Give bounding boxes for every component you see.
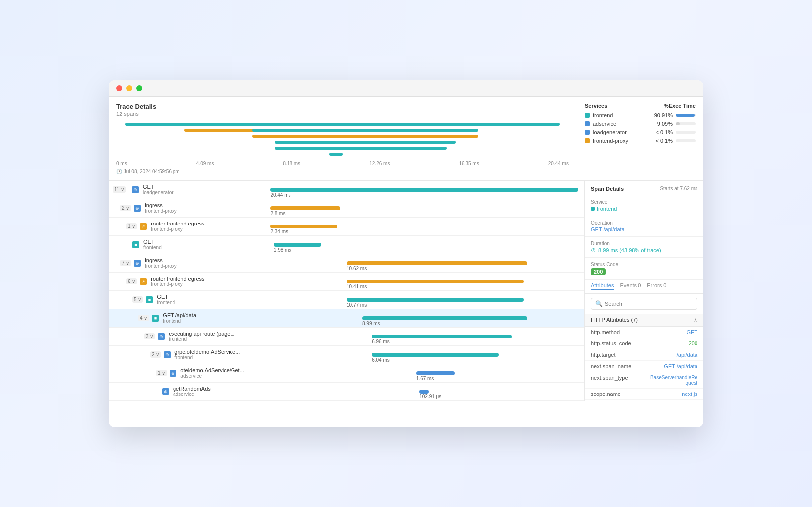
span-right-9: 6.04 ms [267,346,584,364]
service-bar-frontend-proxy [676,139,696,142]
span-expand-4[interactable]: 7 ∨ [120,260,131,266]
span-expand-8[interactable]: 3 ∨ [144,333,155,339]
span-right-2: 2.34 ms [267,218,584,235]
attr-row-4: next.span_type BaseServerhandleRequest [585,372,703,389]
span-expand-10[interactable]: 1 ∨ [156,370,167,376]
span-row-8[interactable]: 3 ∨ ⊕ executing api route (page... front… [109,328,584,346]
duration-value: 8.99 ms (43.98% of trace) [598,247,661,253]
span-row-7[interactable]: 4 ∨ ■ GET /api/data frontend 8.99 ms [109,309,584,328]
span-left-1: 2 ∨ ⊕ ingress frontend-proxy [109,200,267,216]
http-attrs-header[interactable]: HTTP Attributes (7) ∧ [585,314,703,327]
tab-errors[interactable]: Errors 0 [647,282,666,290]
service-pct-loadgenerator: < 0.1% [653,129,673,135]
timeline-label-1: 4.09 ms [196,161,214,166]
service-name-loadgenerator: loadgenerator [593,129,650,135]
attr-key-5: scope.name [591,391,678,397]
maximize-button[interactable] [136,85,142,91]
span-right-7: 8.99 ms [267,309,584,327]
span-row-0[interactable]: 11 ∨ ⊕ GET loadgenerator 20.44 ms [109,181,584,199]
span-expand-5[interactable]: 6 ∨ [126,278,137,284]
span-duration-2: 2.34 ms [270,229,288,234]
span-row-2[interactable]: 1 ∨ ↗ router frontend egress frontend-pr… [109,218,584,236]
span-icon-service-7: ■ [152,315,159,322]
tab-events[interactable]: Events 0 [620,282,641,290]
services-panel: Services %Exec Time frontend 90.91% adse… [577,103,696,174]
span-bar-8 [372,335,512,338]
span-left-3: ■ GET frontend [109,237,267,252]
span-duration-5: 10.41 ms [347,284,367,289]
span-expand-1[interactable]: 2 ∨ [120,205,131,211]
span-name-7: GET /api/data [163,312,196,318]
attr-row-5: scope.name next.js [585,389,703,400]
span-details-title: Span Details [591,186,624,192]
span-row-3[interactable]: ■ GET frontend 1.98 ms [109,236,584,254]
service-dot-frontend [585,113,590,118]
attr-key-4: next.span_type [591,375,644,386]
span-service-2: frontend-proxy [151,226,204,232]
attr-key-3: next.span_name [591,363,660,369]
trace-panel: Trace Details 12 spans 0 ms 4.09 ms [109,97,703,181]
span-left-9: 2 ∨ ⊕ grpc.oteldemo.AdService... fronten… [109,347,267,362]
span-name-6: GET [157,294,175,300]
trace-bar-4 [252,135,478,138]
span-service-7: frontend [163,318,196,324]
span-details-header: Span Details Starts at 7.62 ms [585,181,703,195]
service-bar-adservice [676,122,696,125]
span-right-10: 1.67 ms [267,364,584,382]
attr-key-2: http.target [591,352,673,358]
span-info-6: GET frontend [157,294,175,305]
span-row-11[interactable]: ⊕ getRandomAds adservice 102.91 μs [109,383,584,401]
span-left-5: 6 ∨ ↗ router frontend egress frontend-pr… [109,274,267,289]
span-service-3: frontend [143,245,162,250]
attr-val-4: BaseServerhandleRequest [648,375,697,386]
span-expand-9[interactable]: 2 ∨ [150,351,161,358]
span-starts-at: Starts at 7.62 ms [660,186,697,192]
span-row-10[interactable]: 1 ∨ ⊕ oteldemo.AdService/Get... adservic… [109,364,584,383]
span-icon-globe-11: ⊕ [162,388,169,395]
span-right-5: 10.41 ms [267,273,584,290]
span-row-5[interactable]: 6 ∨ ↗ router frontend egress frontend-pr… [109,273,584,291]
span-bar-2 [270,225,337,228]
span-icon-globe-4: ⊕ [134,260,141,267]
minimize-button[interactable] [126,85,132,91]
timeline-label-3: 12.26 ms [369,161,390,166]
search-input[interactable] [605,301,693,307]
span-bar-10 [416,371,455,375]
search-box[interactable]: 🔍 [591,298,697,310]
span-row-9[interactable]: 2 ∨ ⊕ grpc.oteldemo.AdService... fronten… [109,346,584,364]
span-name-11: getRandomAds [173,386,211,392]
operation-label: Operation [591,220,697,225]
span-duration-6: 10.77 ms [347,302,367,308]
span-duration-1: 2.8 ms [270,211,285,216]
span-row-1[interactable]: 2 ∨ ⊕ ingress frontend-proxy 2.8 ms [109,199,584,218]
service-label: Service [591,199,697,205]
exec-time-label: %Exec Time [664,103,696,109]
close-button[interactable] [116,85,122,91]
span-left-8: 3 ∨ ⊕ executing api route (page... front… [109,329,267,344]
span-duration-4: 10.62 ms [347,266,367,271]
span-right-0: 20.44 ms [267,181,584,199]
span-expand-0[interactable]: 11 ∨ [113,186,126,193]
trace-timeline: 0 ms 4.09 ms 8.18 ms 12.26 ms 16.35 ms 2… [116,161,569,166]
span-icon-globe-9: ⊕ [164,351,171,358]
span-row-4[interactable]: 7 ∨ ⊕ ingress frontend-proxy 10.62 ms [109,254,584,273]
attr-row-3: next.span_name GET /api/data [585,361,703,372]
span-icon-service-3: ■ [132,241,139,248]
service-row-frontend-proxy: frontend-proxy < 0.1% [585,138,696,144]
trace-spans-count: 12 spans [116,111,569,117]
span-expand-7[interactable]: 4 ∨ [138,315,149,321]
span-expand-6[interactable]: 5 ∨ [132,296,143,303]
span-info-9: grpc.oteldemo.AdService... frontend [174,349,240,360]
tab-attributes[interactable]: Attributes [591,282,614,290]
attr-row-2: http.target /api/data [585,349,703,361]
span-left-6: 5 ∨ ■ GET frontend [109,292,267,307]
trace-timestamp: 🕐 Jul 08, 2024 04:59:56 pm [116,169,569,174]
duration-label: Duration [591,241,697,246]
span-info-11: getRandomAds adservice [173,386,211,397]
span-bar-9 [372,353,499,357]
span-expand-2[interactable]: 1 ∨ [126,223,137,229]
span-row-6[interactable]: 5 ∨ ■ GET frontend 10.77 ms [109,291,584,309]
operation-value: GET /api/data [591,226,697,232]
span-info-2: router frontend egress frontend-proxy [151,221,204,232]
span-service-1: frontend-proxy [145,208,176,214]
